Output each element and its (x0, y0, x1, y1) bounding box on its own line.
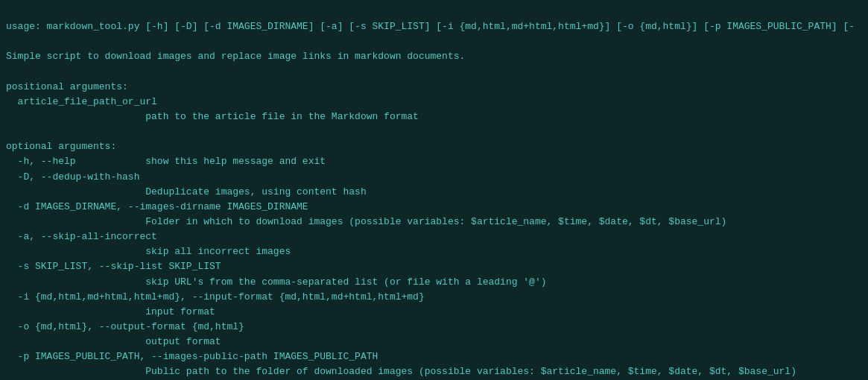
terminal-line: skip URL's from the comma-separated list… (6, 275, 862, 290)
terminal-line: -o {md,html}, --output-format {md,html} (6, 320, 862, 335)
terminal-line: -p IMAGES_PUBLIC_PATH, --images-public-p… (6, 349, 862, 364)
terminal-line (6, 34, 862, 49)
terminal-line: positional arguments: (6, 80, 862, 95)
terminal-line: -s SKIP_LIST, --skip-list SKIP_LIST (6, 259, 862, 274)
terminal-line: -D, --dedup-with-hash (6, 170, 862, 185)
terminal-line: article_file_path_or_url (6, 95, 862, 110)
terminal-line: Deduplicate images, using content hash (6, 185, 862, 200)
terminal-line: output format (6, 335, 862, 349)
terminal-line: Public path to the folder of downloaded … (6, 364, 862, 379)
terminal-line (6, 65, 862, 80)
terminal-line: path to the article file in the Markdown… (6, 110, 862, 124)
terminal-line: Folder in which to download images (poss… (6, 215, 862, 229)
terminal-line: -h, --help show this help message and ex… (6, 154, 862, 169)
terminal-line: Simple script to download images and rep… (6, 49, 862, 64)
terminal-line: skip all incorrect images (6, 244, 862, 259)
terminal-output: usage: markdown_tool.py [-h] [-D] [-d IM… (6, 4, 862, 380)
terminal-line: -i {md,html,md+html,html+md}, --input-fo… (6, 290, 862, 305)
terminal-line: usage: markdown_tool.py [-h] [-D] [-d IM… (6, 19, 862, 34)
terminal-line (6, 124, 862, 139)
terminal-line: optional arguments: (6, 139, 862, 154)
terminal-line: -d IMAGES_DIRNAME, --images-dirname IMAG… (6, 200, 862, 215)
terminal-line: -a, --skip-all-incorrect (6, 229, 862, 244)
terminal-line: input format (6, 305, 862, 320)
